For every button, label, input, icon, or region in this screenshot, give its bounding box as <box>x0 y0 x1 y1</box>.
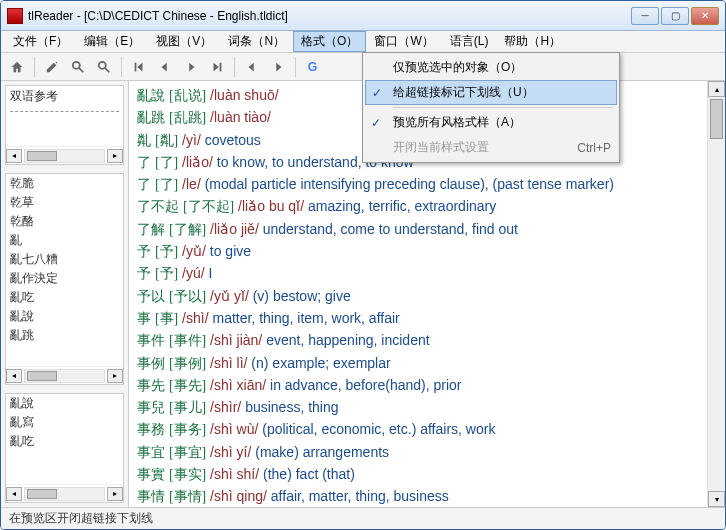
vscroll[interactable]: ▴ ▾ <box>707 81 725 507</box>
menu-option[interactable]: ✓给超链接标记下划线（U） <box>365 80 617 105</box>
menu-视图（V）[interactable]: 视图（V） <box>148 31 220 52</box>
list-item[interactable]: 乾脆 <box>10 174 119 193</box>
menu-label: 给超链接标记下划线（U） <box>393 84 534 101</box>
dict-entry: 了不起 [了不起] /liǎo bu qǐ/ amazing, terrific… <box>137 196 699 217</box>
first-icon[interactable] <box>127 56 151 78</box>
menu-option[interactable]: ✓预览所有风格式样（A） <box>365 110 617 135</box>
dict-entry: 了 [了] /le/ (modal particle intensifying … <box>137 174 699 195</box>
list-item[interactable]: 亂跳 <box>10 326 119 345</box>
menu-label: 仅预览选中的对象（O） <box>393 59 522 76</box>
list-item[interactable]: 亂作決定 <box>10 269 119 288</box>
menu-编辑（E）[interactable]: 编辑（E） <box>76 31 148 52</box>
sidebar-panel-top: 双语参考 ◂▸ <box>5 85 124 165</box>
history-back-icon[interactable] <box>240 56 264 78</box>
list-item[interactable]: 乾草 <box>10 193 119 212</box>
search-icon[interactable] <box>66 56 90 78</box>
dict-entry: 予 [予] /yú/ I <box>137 263 699 284</box>
menu-label: 预览所有风格式样（A） <box>393 114 521 131</box>
svg-text:G: G <box>308 60 318 74</box>
hscroll[interactable]: ◂▸ <box>6 366 123 384</box>
svg-line-3 <box>105 67 109 71</box>
statusbar: 在预览区开闭超链接下划线 <box>1 507 725 529</box>
menu-词条（N）[interactable]: 词条（N） <box>220 31 293 52</box>
menu-option[interactable]: 仅预览选中的对象（O） <box>365 55 617 80</box>
dict-entry: 事先 [事先] /shì xiān/ in advance, before(ha… <box>137 375 699 396</box>
format-menu-dropdown: 仅预览选中的对象（O）✓给超链接标记下划线（U）✓预览所有风格式样（A）开闭当前… <box>362 52 620 163</box>
dict-entry: 了解 [了解] /liǎo jiě/ understand, come to u… <box>137 219 699 240</box>
list-item[interactable]: 乾酪 <box>10 212 119 231</box>
menu-帮助（H）[interactable]: 帮助（H） <box>496 31 569 52</box>
dict-entry: 事務 [事务] /shì wù/ (political, economic, e… <box>137 419 699 440</box>
window-title: tlReader - [C:\D\CEDICT Chinese - Englis… <box>28 9 631 23</box>
dict-entry: 予以 [予以] /yǔ yǐ/ (v) bestow; give <box>137 286 699 307</box>
svg-point-2 <box>99 61 106 68</box>
hscroll[interactable]: ◂▸ <box>6 146 123 164</box>
status-text: 在预览区开闭超链接下划线 <box>9 510 153 527</box>
dict-entry: 事 [事] /shì/ matter, thing, item, work, a… <box>137 308 699 329</box>
menu-label: 开闭当前样式设置 <box>393 139 489 156</box>
check-icon: ✓ <box>371 116 381 130</box>
maximize-button[interactable]: ▢ <box>661 7 689 25</box>
edit-icon[interactable] <box>40 56 64 78</box>
menu-文件（F）[interactable]: 文件（F） <box>5 31 76 52</box>
last-icon[interactable] <box>205 56 229 78</box>
list-item[interactable]: 亂七八糟 <box>10 250 119 269</box>
accelerator: Ctrl+P <box>577 141 611 155</box>
list-item[interactable]: 亂說 <box>10 307 119 326</box>
close-button[interactable]: ✕ <box>691 7 719 25</box>
svg-point-0 <box>73 61 80 68</box>
list-item[interactable]: 亂說 <box>10 394 119 413</box>
dict-entry: 事實 [事实] /shì shí/ (the) fact (that) <box>137 464 699 485</box>
history-fwd-icon[interactable] <box>266 56 290 78</box>
menu-option: 开闭当前样式设置Ctrl+P <box>365 135 617 160</box>
sidebar-top-title: 双语参考 <box>6 86 123 107</box>
dict-entry: 事例 [事例] /shì lì/ (n) example; exemplar <box>137 353 699 374</box>
menubar: 文件（F）编辑（E）视图（V）词条（N）格式（O）窗口（W）语言(L)帮助（H） <box>1 31 725 53</box>
minimize-button[interactable]: ─ <box>631 7 659 25</box>
dict-entry: 予 [予] /yǔ/ to give <box>137 241 699 262</box>
prev-icon[interactable] <box>153 56 177 78</box>
list-item[interactable]: 亂寫 <box>10 413 119 432</box>
menu-窗口（W）[interactable]: 窗口（W） <box>366 31 441 52</box>
titlebar: tlReader - [C:\D\CEDICT Chinese - Englis… <box>1 1 725 31</box>
list-item[interactable]: 亂吃 <box>10 288 119 307</box>
home-icon[interactable] <box>5 56 29 78</box>
google-icon[interactable]: G <box>301 56 325 78</box>
dict-entry: 事兒 [事儿] /shìr/ business, thing <box>137 397 699 418</box>
svg-line-1 <box>79 67 83 71</box>
hscroll[interactable]: ◂▸ <box>6 484 123 502</box>
dict-entry: 事情 [事情] /shì qing/ affair, matter, thing… <box>137 486 699 507</box>
menu-格式（O）[interactable]: 格式（O） <box>293 31 366 52</box>
next-icon[interactable] <box>179 56 203 78</box>
dict-entry: 事宜 [事宜] /shì yí/ (make) arrangements <box>137 442 699 463</box>
list-item[interactable]: 亂吃 <box>10 432 119 451</box>
list-item[interactable]: 亂 <box>10 231 119 250</box>
sidebar-panel-bot: 亂說亂寫亂吃 ◂▸ <box>5 393 124 503</box>
check-icon: ✓ <box>372 86 382 100</box>
sidebar: 双语参考 ◂▸ 乾脆乾草乾酪亂亂七八糟亂作決定亂吃亂說亂跳 ◂▸ 亂說亂寫亂吃 … <box>1 81 129 507</box>
search2-icon[interactable] <box>92 56 116 78</box>
sidebar-panel-mid: 乾脆乾草乾酪亂亂七八糟亂作決定亂吃亂說亂跳 ◂▸ <box>5 173 124 385</box>
app-icon <box>7 8 23 24</box>
menu-语言(L)[interactable]: 语言(L) <box>442 31 497 52</box>
dict-entry: 事件 [事件] /shì jiàn/ event, happening, inc… <box>137 330 699 351</box>
